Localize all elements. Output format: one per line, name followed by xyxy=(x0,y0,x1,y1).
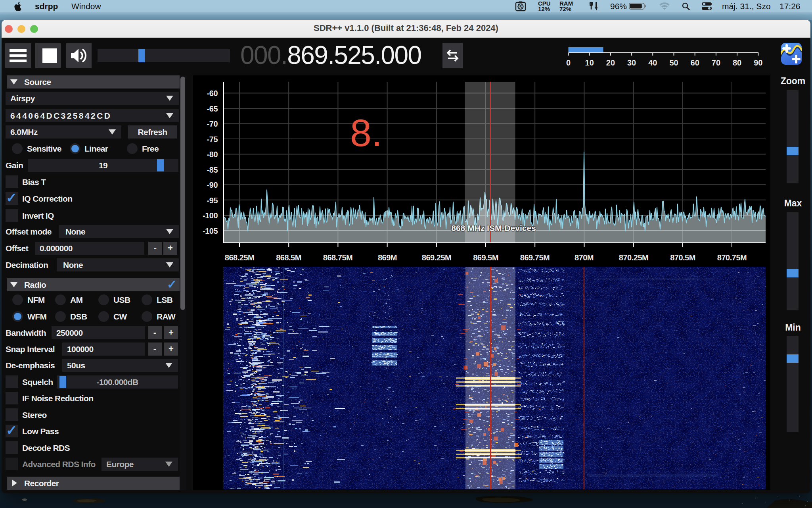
svg-text:869.5M: 869.5M xyxy=(473,253,498,262)
svg-text:50: 50 xyxy=(669,58,678,67)
svg-text:-70: -70 xyxy=(207,119,218,128)
svg-text:8.: 8. xyxy=(350,111,382,154)
svg-text:80: 80 xyxy=(733,58,741,67)
svg-text:90: 90 xyxy=(754,58,762,67)
svg-text:-80: -80 xyxy=(207,150,218,159)
svg-text:-60: -60 xyxy=(207,89,218,98)
svg-text:60: 60 xyxy=(691,58,699,67)
svg-text:870.75M: 870.75M xyxy=(717,253,747,262)
svg-text:869.75M: 869.75M xyxy=(520,253,550,262)
svg-text:0: 0 xyxy=(566,58,571,67)
svg-text:868.75M: 868.75M xyxy=(323,253,352,262)
svg-text:-75: -75 xyxy=(207,135,218,144)
svg-text:869.25M: 869.25M xyxy=(422,253,451,262)
svg-text:5: 5 xyxy=(519,4,522,9)
svg-text:-100: -100 xyxy=(203,211,218,220)
svg-text:20: 20 xyxy=(606,58,615,67)
svg-text:-85: -85 xyxy=(207,165,218,174)
svg-text:870.5M: 870.5M xyxy=(670,253,695,262)
svg-text:870.25M: 870.25M xyxy=(619,253,648,262)
svg-text:40: 40 xyxy=(648,58,657,67)
svg-text:870M: 870M xyxy=(575,253,594,262)
svg-text:868 MHz ISM-Devices: 868 MHz ISM-Devices xyxy=(451,223,536,233)
svg-text:70: 70 xyxy=(712,58,720,67)
svg-text:868.5M: 868.5M xyxy=(276,253,301,262)
svg-text:869M: 869M xyxy=(378,253,397,262)
svg-text:10: 10 xyxy=(585,58,594,67)
svg-text:-65: -65 xyxy=(207,104,218,113)
svg-text:-90: -90 xyxy=(207,181,218,189)
svg-text:30: 30 xyxy=(627,58,636,67)
svg-text:-105: -105 xyxy=(203,227,218,235)
svg-text:868.25M: 868.25M xyxy=(225,253,254,262)
svg-text:-95: -95 xyxy=(207,196,218,205)
